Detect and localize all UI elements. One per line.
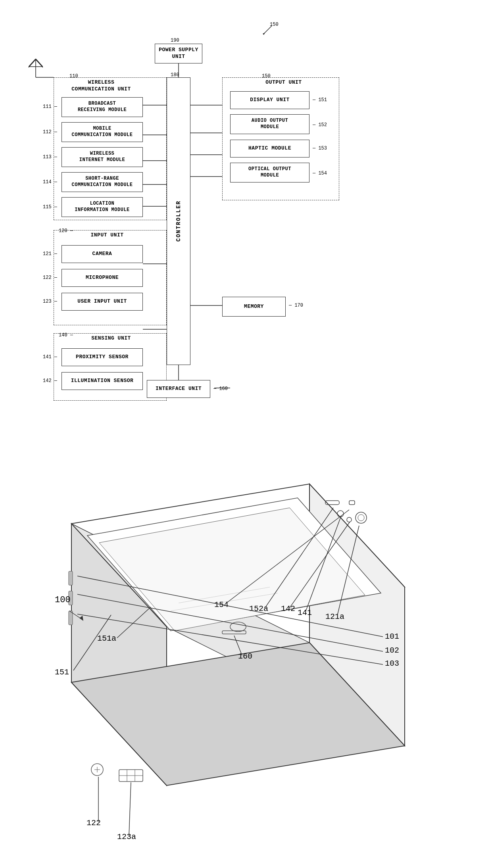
ref-115: 115 —: [43, 204, 57, 210]
svg-rect-35: [69, 571, 73, 585]
svg-line-21: [36, 59, 43, 67]
svg-rect-41: [349, 501, 355, 505]
svg-text:103: 103: [385, 659, 399, 668]
svg-line-20: [29, 59, 36, 67]
svg-point-39: [358, 515, 364, 521]
location-box: LOCATION INFORMATION MODULE: [62, 197, 143, 217]
svg-text:141: 141: [298, 608, 312, 617]
ref-151: — 151: [313, 97, 327, 103]
haptic-box: HAPTIC MODULE: [230, 140, 309, 157]
svg-text:121a: 121a: [325, 612, 344, 621]
display-box: DISPLAY UNIT: [230, 91, 309, 109]
wireless-internet-box: WIRELESS INTERNET MODULE: [62, 147, 143, 167]
ref-190: 190: [171, 38, 179, 43]
ref-180: 180: [171, 72, 179, 78]
ref-142: 142 —: [43, 378, 57, 384]
ref-153: — 153: [313, 146, 327, 151]
memory-box: MEMORY: [222, 297, 286, 317]
short-range-box: SHORT-RANGE COMMUNICATION MODULE: [62, 172, 143, 192]
svg-line-80: [129, 782, 131, 836]
svg-text:102: 102: [385, 646, 399, 655]
ref-120: 120 —: [59, 228, 73, 234]
ref-160: — 160: [213, 386, 228, 392]
camera-box: CAMERA: [62, 245, 143, 263]
mobile-comm-box: MOBILE COMMUNICATION MODULE: [62, 122, 143, 142]
ref-114: 114 —: [43, 179, 57, 185]
ref-122: 122 —: [43, 275, 57, 280]
svg-text:151: 151: [55, 668, 69, 677]
svg-point-42: [337, 511, 344, 517]
svg-text:151a: 151a: [97, 634, 116, 643]
ref-123: 123 —: [43, 299, 57, 304]
ref-152: — 152: [313, 122, 327, 128]
ref-150: 150: [262, 73, 271, 79]
broadcast-box: BROADCAST RECEIVING MODULE: [62, 97, 143, 117]
controller-box: CONTROLLER: [167, 77, 190, 365]
audio-output-box: AUDIO OUTPUT MODULE: [230, 114, 309, 134]
ref-170: — 170: [289, 303, 303, 308]
block-diagram: 150 POWER SUPPLY UNIT 190 CONTROLLER 180…: [0, 0, 492, 436]
user-input-box: USER INPUT UNIT: [62, 293, 143, 311]
svg-text:101: 101: [385, 632, 399, 641]
svg-text:123a: 123a: [117, 832, 136, 841]
ref-110: 110: [69, 73, 78, 79]
svg-text:160: 160: [238, 652, 252, 661]
ref-100-top: 150: [270, 22, 279, 27]
svg-marker-24: [263, 33, 265, 35]
input-unit-label: INPUT UNIT: [77, 232, 137, 239]
svg-rect-37: [69, 611, 73, 625]
ref-112: 112 —: [43, 129, 57, 135]
svg-text:142: 142: [281, 604, 295, 613]
power-supply-box: POWER SUPPLY UNIT: [155, 44, 202, 63]
ref-111: 111 —: [43, 104, 57, 109]
svg-point-43: [347, 517, 352, 522]
svg-point-38: [356, 512, 367, 523]
sensing-unit-label: SENSING UNIT: [81, 335, 141, 342]
interface-box: INTERFACE UNIT: [147, 380, 210, 398]
output-unit-label: OUTPUT UNIT: [254, 79, 313, 86]
antenna-icon: [29, 59, 43, 67]
wireless-comm-label: WIRELESSCOMMUNICATION UNIT: [62, 79, 141, 93]
optical-output-box: OPTICAL OUTPUT MODULE: [230, 163, 309, 182]
illumination-box: ILLUMINATION SENSOR: [62, 372, 143, 390]
ref-154: — 154: [313, 171, 327, 176]
proximity-box: PROXIMITY SENSOR: [62, 348, 143, 366]
ref-121: 121 —: [43, 251, 57, 257]
ref-113: 113 —: [43, 154, 57, 160]
ref-141: 141 —: [43, 354, 57, 360]
svg-text:100: 100: [55, 595, 71, 605]
phone-illustration: 100 151a 151 154 152a 142 141 121a 101 1…: [0, 436, 492, 868]
microphone-box: MICROPHONE: [62, 269, 143, 287]
ref-140: 140 —: [59, 332, 73, 338]
